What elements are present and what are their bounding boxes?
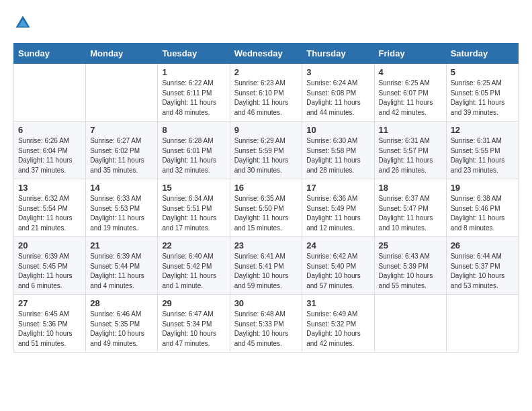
day-number: 16 [234, 183, 298, 193]
calendar-cell: 4Sunrise: 6:25 AMSunset: 6:07 PMDaylight… [374, 64, 446, 122]
calendar-cell [374, 295, 446, 353]
day-info: Sunrise: 6:42 AMSunset: 5:40 PMDaylight:… [306, 252, 369, 291]
day-info: Sunrise: 6:25 AMSunset: 6:07 PMDaylight:… [379, 79, 442, 118]
day-info: Sunrise: 6:22 AMSunset: 6:11 PMDaylight:… [162, 79, 225, 118]
calendar-cell: 2Sunrise: 6:23 AMSunset: 6:10 PMDaylight… [230, 64, 302, 122]
calendar-week-row: 27Sunrise: 6:45 AMSunset: 5:36 PMDayligh… [14, 295, 519, 353]
day-number: 3 [306, 67, 369, 77]
calendar-cell: 5Sunrise: 6:25 AMSunset: 6:05 PMDaylight… [446, 64, 518, 122]
day-number: 29 [162, 298, 225, 308]
calendar-cell: 15Sunrise: 6:34 AMSunset: 5:51 PMDayligh… [158, 179, 230, 237]
day-number: 15 [162, 183, 225, 193]
day-number: 18 [379, 183, 442, 193]
day-info: Sunrise: 6:40 AMSunset: 5:42 PMDaylight:… [162, 252, 225, 291]
day-number: 30 [234, 298, 298, 308]
day-number: 2 [234, 67, 298, 77]
day-number: 21 [90, 240, 153, 250]
day-info: Sunrise: 6:31 AMSunset: 5:57 PMDaylight:… [379, 136, 442, 175]
calendar-table: SundayMondayTuesdayWednesdayThursdayFrid… [13, 43, 519, 353]
day-info: Sunrise: 6:24 AMSunset: 6:08 PMDaylight:… [306, 79, 369, 118]
day-number: 8 [162, 125, 225, 135]
day-number: 12 [451, 125, 514, 135]
day-info: Sunrise: 6:35 AMSunset: 5:50 PMDaylight:… [234, 194, 298, 233]
calendar-cell: 26Sunrise: 6:44 AMSunset: 5:37 PMDayligh… [446, 237, 518, 295]
day-info: Sunrise: 6:33 AMSunset: 5:53 PMDaylight:… [90, 194, 153, 233]
calendar-cell: 17Sunrise: 6:36 AMSunset: 5:49 PMDayligh… [302, 179, 374, 237]
calendar-cell: 29Sunrise: 6:47 AMSunset: 5:34 PMDayligh… [158, 295, 230, 353]
day-info: Sunrise: 6:44 AMSunset: 5:37 PMDaylight:… [451, 252, 514, 291]
day-number: 22 [162, 240, 225, 250]
page-header [13, 13, 519, 32]
calendar-cell: 16Sunrise: 6:35 AMSunset: 5:50 PMDayligh… [230, 179, 302, 237]
day-number: 6 [18, 125, 81, 135]
day-info: Sunrise: 6:31 AMSunset: 5:55 PMDaylight:… [451, 136, 514, 175]
calendar-cell: 31Sunrise: 6:49 AMSunset: 5:32 PMDayligh… [302, 295, 374, 353]
day-number: 17 [306, 183, 369, 193]
day-number: 23 [234, 240, 298, 250]
calendar-cell: 25Sunrise: 6:43 AMSunset: 5:39 PMDayligh… [374, 237, 446, 295]
day-number: 24 [306, 240, 369, 250]
calendar-cell: 20Sunrise: 6:39 AMSunset: 5:45 PMDayligh… [14, 237, 86, 295]
weekday-header: Tuesday [158, 44, 230, 64]
calendar-week-row: 20Sunrise: 6:39 AMSunset: 5:45 PMDayligh… [14, 237, 519, 295]
day-info: Sunrise: 6:32 AMSunset: 5:54 PMDaylight:… [18, 194, 81, 233]
day-number: 1 [162, 67, 225, 77]
calendar-cell: 30Sunrise: 6:48 AMSunset: 5:33 PMDayligh… [230, 295, 302, 353]
day-number: 11 [379, 125, 442, 135]
calendar-cell [446, 295, 518, 353]
calendar-cell: 6Sunrise: 6:26 AMSunset: 6:04 PMDaylight… [14, 122, 86, 179]
calendar-cell: 14Sunrise: 6:33 AMSunset: 5:53 PMDayligh… [86, 179, 158, 237]
day-number: 4 [379, 67, 442, 77]
day-number: 25 [379, 240, 442, 250]
day-number: 9 [234, 125, 298, 135]
calendar-cell: 12Sunrise: 6:31 AMSunset: 5:55 PMDayligh… [446, 122, 518, 179]
day-number: 20 [18, 240, 81, 250]
day-info: Sunrise: 6:46 AMSunset: 5:35 PMDaylight:… [90, 310, 153, 349]
day-info: Sunrise: 6:27 AMSunset: 6:02 PMDaylight:… [90, 136, 153, 175]
day-info: Sunrise: 6:37 AMSunset: 5:47 PMDaylight:… [379, 194, 442, 233]
calendar-cell: 23Sunrise: 6:41 AMSunset: 5:41 PMDayligh… [230, 237, 302, 295]
logo-icon [13, 13, 32, 32]
calendar-cell: 9Sunrise: 6:29 AMSunset: 5:59 PMDaylight… [230, 122, 302, 179]
calendar-cell: 13Sunrise: 6:32 AMSunset: 5:54 PMDayligh… [14, 179, 86, 237]
weekday-header: Sunday [14, 44, 86, 64]
day-info: Sunrise: 6:36 AMSunset: 5:49 PMDaylight:… [306, 194, 369, 233]
day-info: Sunrise: 6:39 AMSunset: 5:44 PMDaylight:… [90, 252, 153, 291]
day-number: 31 [306, 298, 369, 308]
calendar-cell: 11Sunrise: 6:31 AMSunset: 5:57 PMDayligh… [374, 122, 446, 179]
day-info: Sunrise: 6:47 AMSunset: 5:34 PMDaylight:… [162, 310, 225, 349]
calendar-week-row: 6Sunrise: 6:26 AMSunset: 6:04 PMDaylight… [14, 122, 519, 179]
day-number: 5 [451, 67, 514, 77]
day-number: 27 [18, 298, 81, 308]
day-info: Sunrise: 6:23 AMSunset: 6:10 PMDaylight:… [234, 79, 298, 118]
calendar-cell: 28Sunrise: 6:46 AMSunset: 5:35 PMDayligh… [86, 295, 158, 353]
calendar-cell: 22Sunrise: 6:40 AMSunset: 5:42 PMDayligh… [158, 237, 230, 295]
day-number: 19 [451, 183, 514, 193]
weekday-header: Thursday [302, 44, 374, 64]
day-info: Sunrise: 6:38 AMSunset: 5:46 PMDaylight:… [451, 194, 514, 233]
day-info: Sunrise: 6:45 AMSunset: 5:36 PMDaylight:… [18, 310, 81, 349]
day-number: 28 [90, 298, 153, 308]
calendar-cell: 21Sunrise: 6:39 AMSunset: 5:44 PMDayligh… [86, 237, 158, 295]
day-info: Sunrise: 6:29 AMSunset: 5:59 PMDaylight:… [234, 136, 298, 175]
weekday-header: Wednesday [230, 44, 302, 64]
day-info: Sunrise: 6:28 AMSunset: 6:01 PMDaylight:… [162, 136, 225, 175]
weekday-header: Saturday [446, 44, 518, 64]
day-info: Sunrise: 6:26 AMSunset: 6:04 PMDaylight:… [18, 136, 81, 175]
weekday-header: Friday [374, 44, 446, 64]
day-info: Sunrise: 6:25 AMSunset: 6:05 PMDaylight:… [451, 79, 514, 118]
day-info: Sunrise: 6:41 AMSunset: 5:41 PMDaylight:… [234, 252, 298, 291]
weekday-header: Monday [86, 44, 158, 64]
calendar-cell: 3Sunrise: 6:24 AMSunset: 6:08 PMDaylight… [302, 64, 374, 122]
calendar-cell: 1Sunrise: 6:22 AMSunset: 6:11 PMDaylight… [158, 64, 230, 122]
day-info: Sunrise: 6:43 AMSunset: 5:39 PMDaylight:… [379, 252, 442, 291]
day-info: Sunrise: 6:34 AMSunset: 5:51 PMDaylight:… [162, 194, 225, 233]
day-info: Sunrise: 6:48 AMSunset: 5:33 PMDaylight:… [234, 310, 298, 349]
calendar-cell: 18Sunrise: 6:37 AMSunset: 5:47 PMDayligh… [374, 179, 446, 237]
day-number: 10 [306, 125, 369, 135]
calendar-cell [14, 64, 86, 122]
calendar-week-row: 1Sunrise: 6:22 AMSunset: 6:11 PMDaylight… [14, 64, 519, 122]
calendar-cell: 19Sunrise: 6:38 AMSunset: 5:46 PMDayligh… [446, 179, 518, 237]
day-info: Sunrise: 6:30 AMSunset: 5:58 PMDaylight:… [306, 136, 369, 175]
day-number: 14 [90, 183, 153, 193]
